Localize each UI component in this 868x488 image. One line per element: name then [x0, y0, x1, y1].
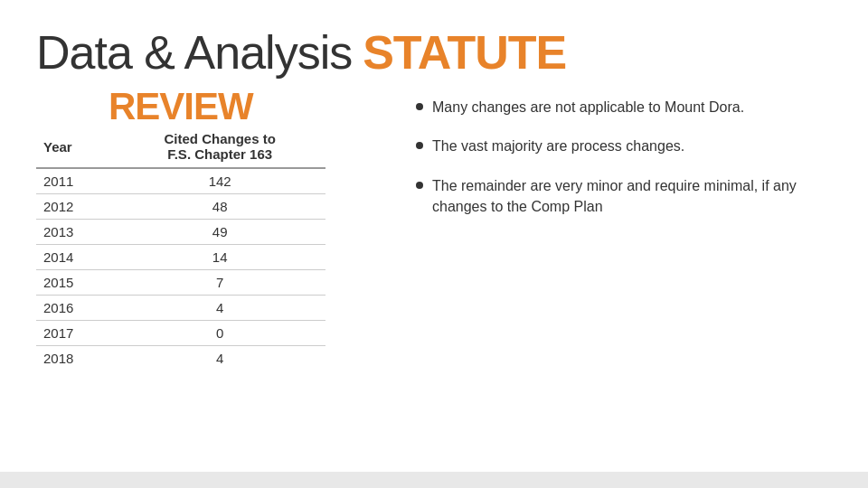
bullet-item-bullet3: The remainder are very minor and require…: [416, 175, 832, 217]
cell-year: 2018: [36, 346, 114, 371]
content-area: REVIEW Year Cited Changes toF.S. Chapter…: [36, 88, 832, 461]
bullet-text-bullet2: The vast majority are process changes.: [432, 136, 684, 156]
left-panel: REVIEW Year Cited Changes toF.S. Chapter…: [36, 88, 380, 371]
col-year-header: Year: [36, 126, 114, 168]
bullet-text-bullet1: Many changes are not applicable to Mount…: [432, 97, 744, 117]
cell-year: 2012: [36, 194, 114, 220]
cell-year: 2011: [36, 168, 114, 194]
cell-year: 2013: [36, 220, 114, 245]
table-row: 20170: [36, 321, 326, 346]
cell-changes: 14: [114, 245, 326, 270]
cell-changes: 49: [114, 220, 326, 245]
col-changes-header: Cited Changes toF.S. Chapter 163: [114, 126, 326, 168]
table-row: 201349: [36, 220, 326, 245]
table-container: Year Cited Changes toF.S. Chapter 163 20…: [36, 126, 380, 371]
cell-changes: 4: [114, 346, 326, 371]
table-row: 201248: [36, 194, 326, 220]
bullet-dot: [416, 103, 423, 110]
table-row: 20157: [36, 270, 326, 296]
title-area: Data & Analysis STATUTE: [36, 27, 832, 79]
bullet-text-bullet3: The remainder are very minor and require…: [432, 175, 832, 217]
table-row: 2011142: [36, 168, 326, 194]
title-part1: Data & Analysis: [36, 27, 352, 79]
cell-changes: 7: [114, 270, 326, 296]
right-panel: Many changes are not applicable to Mount…: [416, 88, 832, 217]
cell-changes: 48: [114, 194, 326, 220]
cell-year: 2014: [36, 245, 114, 270]
cell-changes: 142: [114, 168, 326, 194]
title-part2: STATUTE: [363, 27, 566, 79]
bullet-dot: [416, 182, 423, 189]
table-row: 20184: [36, 346, 326, 371]
data-table: Year Cited Changes toF.S. Chapter 163 20…: [36, 126, 326, 371]
cell-changes: 4: [114, 296, 326, 321]
cell-year: 2017: [36, 321, 114, 346]
slide-footer: [0, 472, 868, 488]
cell-year: 2015: [36, 270, 114, 296]
slide: Data & Analysis STATUTE REVIEW Year Cite…: [0, 0, 868, 488]
table-row: 20164: [36, 296, 326, 321]
bullet-item-bullet2: The vast majority are process changes.: [416, 136, 832, 156]
bullet-dot: [416, 142, 423, 149]
bullet-item-bullet1: Many changes are not applicable to Mount…: [416, 97, 832, 117]
table-row: 201414: [36, 245, 326, 270]
cell-changes: 0: [114, 321, 326, 346]
cell-year: 2016: [36, 296, 114, 321]
review-label: REVIEW: [108, 88, 380, 126]
